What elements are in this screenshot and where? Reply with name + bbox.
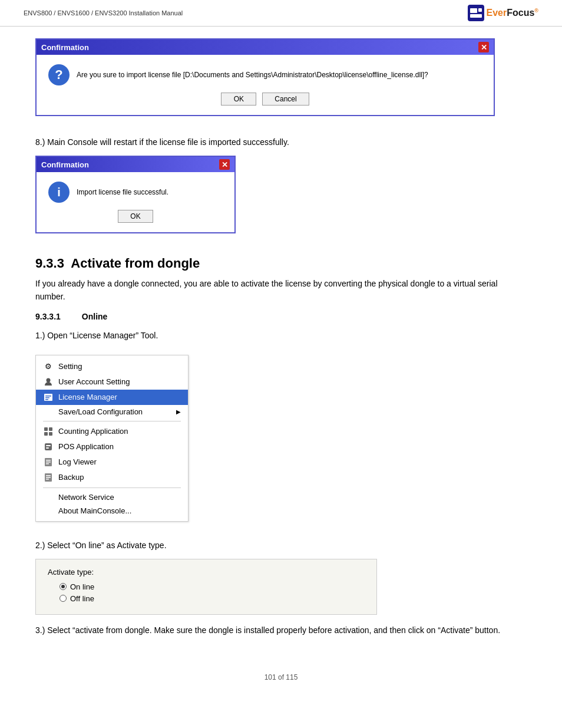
svg-rect-19 [46,463,49,465]
log-icon [43,457,54,467]
radio-offline-row: Off line [48,594,365,603]
menu-item-log[interactable]: Log Viewer [36,454,188,470]
dialog1-body: ? Are you sure to import license file [D… [37,55,494,115]
svg-rect-6 [45,396,51,397]
main-content: Confirmation ✕ ? Are you sure to import … [0,27,562,667]
step8-text: 8.) Main Console will restart if the lic… [35,136,527,149]
menu-item-pos-label: POS Application [58,442,114,451]
menu-separator-1 [43,421,181,421]
user-icon [43,377,54,387]
subsection-title: Online [82,312,108,321]
svg-rect-9 [44,427,48,431]
dialog1-ok-button[interactable]: OK [221,93,256,106]
svg-rect-10 [49,427,52,431]
radio-offline-label: Off line [70,594,94,603]
dialog2-row: i Import license file successful. [48,182,223,203]
svg-rect-8 [45,399,48,400]
dialog2-title: Confirmation [41,160,89,169]
section-heading: 9.3.3 Activate from dongle [35,256,527,271]
manual-title: ENVS800 / ENVS1600 / ENVS3200 Installati… [24,9,183,17]
menu-item-about-label: About MainConsole... [58,506,131,515]
svg-rect-12 [49,432,52,436]
dialog2-ok-button[interactable]: OK [118,210,153,223]
menu-item-network[interactable]: Network Service [36,490,188,504]
logo-text: EverFocus® [487,8,538,18]
svg-rect-13 [45,443,52,450]
section-title: Activate from dongle [71,256,200,271]
svg-rect-14 [46,445,51,446]
logo-accent: Ever [487,8,507,18]
menu-item-pos[interactable]: POS Application [36,439,188,454]
dialog2-close-button[interactable]: ✕ [219,159,230,170]
license-icon [43,392,54,403]
dialog1-question-icon: ? [48,64,70,85]
section-number: 9.3.3 [35,256,64,271]
menu-item-save-load[interactable]: Save/Load Configuration ▶ [36,405,188,419]
dialog1-close-button[interactable]: ✕ [478,42,489,52]
confirmation-dialog-2: Confirmation ✕ i Import license file suc… [35,156,236,233]
dialog2-body: i Import license file successful. OK [37,172,234,232]
svg-rect-17 [46,460,51,461]
menu-item-network-label: Network Service [58,493,114,502]
menu-item-about[interactable]: About MainConsole... [36,504,188,518]
radio-offline[interactable] [59,595,67,602]
confirmation-dialog-1: Confirmation ✕ ? Are you sure to import … [35,38,495,116]
backup-icon [43,472,54,483]
dialog2-titlebar: Confirmation ✕ [37,157,234,172]
dialog1-titlebar: Confirmation ✕ [37,39,494,55]
svg-rect-22 [46,477,51,478]
activate-panel-title: Activate type: [48,568,365,577]
menu-item-backup-label: Backup [58,473,84,482]
svg-point-4 [47,378,51,382]
svg-rect-11 [44,432,48,436]
menu-item-license-manager-label: License Manager [58,393,117,401]
svg-rect-2 [478,8,482,12]
activate-panel: Activate type: On line Off line [35,559,377,615]
menu-item-log-label: Log Viewer [58,457,97,466]
menu-item-license-manager[interactable]: License Manager [36,390,188,405]
menu-separator-2 [43,487,181,488]
menu-item-user-account-label: User Account Setting [58,377,130,386]
page-footer: 101 of 115 [0,667,562,693]
menu-item-user-account[interactable]: User Account Setting [36,374,188,390]
dialog1-message: Are you sure to import license file [D:\… [77,71,482,79]
submenu-arrow-icon: ▶ [176,409,181,415]
dialog1-buttons: OK Cancel [221,93,309,106]
dialog2-info-icon: i [48,182,70,203]
step3-text: 3.) Select “activate from dongle. Make s… [35,624,527,637]
svg-rect-15 [46,447,49,449]
menu-item-setting[interactable]: ⚙ Setting [36,359,188,374]
logo: EverFocus® [468,5,538,21]
counting-icon [43,426,54,437]
page-number: 101 of 115 [265,673,298,681]
svg-rect-21 [46,475,51,476]
svg-rect-23 [46,479,49,480]
section-body-text: If you already have a dongle connected, … [35,277,527,304]
svg-rect-1 [470,8,477,13]
page-header: ENVS800 / ENVS1600 / ENVS3200 Installati… [0,0,562,27]
radio-online[interactable] [59,583,67,590]
svg-rect-7 [45,397,49,398]
subsection-number: 9.3.3.1 [35,312,61,321]
gear-icon: ⚙ [43,361,54,372]
menu-item-counting-label: Counting Application [58,427,128,436]
svg-rect-18 [46,462,51,463]
step1-text: 1.) Open “License Manager” Tool. [35,330,527,342]
dialog1-cancel-button[interactable]: Cancel [262,93,309,106]
radio-online-row: On line [48,582,365,591]
logo-icon [468,5,484,21]
dialog1-title: Confirmation [41,43,89,52]
dialog2-buttons: OK [118,210,153,223]
subsection-header: 9.3.3.1 Online [35,312,527,321]
menu-item-save-load-label: Save/Load Configuration [58,407,143,416]
step2-text: 2.) Select “On line” as Activate type. [35,539,527,552]
pos-icon [43,442,54,452]
radio-online-label: On line [70,582,94,591]
dialog2-message: Import license file successful. [77,188,223,196]
svg-rect-3 [470,14,482,18]
dialog1-row: ? Are you sure to import license file [D… [48,64,482,85]
menu-item-setting-label: Setting [58,362,82,371]
menu-item-backup[interactable]: Backup [36,470,188,485]
menu-item-counting[interactable]: Counting Application [36,424,188,439]
menu-screenshot: ⚙ Setting User Account Setting L [35,355,189,522]
